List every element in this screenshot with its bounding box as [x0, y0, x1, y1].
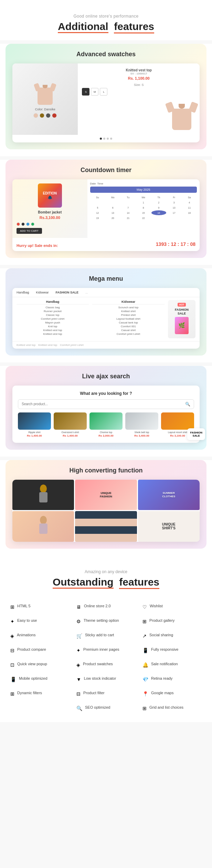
mm-col2-title: Kidswear: [92, 300, 165, 305]
ajax-search-input[interactable]: [22, 402, 185, 406]
html5-icon: ⊞: [10, 604, 14, 610]
countdown-inner: EDITION🧥 Bomber jacket Rs.3,100.00 ADD T…: [12, 179, 200, 238]
megamenu-nav: Handbag Kidswear FASHION SALE ...: [12, 288, 200, 297]
converting-card: High converting function UNIQUEFASHION S…: [6, 460, 206, 549]
cal-d19: 16: [151, 210, 166, 215]
mm-kitem-5: Casual tank top: [92, 321, 165, 324]
nav-fashion[interactable]: FASHION SALE: [56, 291, 79, 294]
feature-easytouse-text: Easy to use: [17, 618, 37, 623]
add-to-cart-btn[interactable]: ADD TO CART: [17, 228, 42, 234]
search-item-4: Sheik belt top Rs 3,400.00: [125, 412, 158, 437]
jacket-text: EDITION🧥: [43, 191, 57, 200]
dot-1: [103, 138, 105, 140]
megamenu-mock-ui: Handbag Kidswear FASHION SALE ... Handba…: [12, 288, 200, 349]
swatches-icon: ◈: [76, 662, 80, 668]
search-item-5-img: [161, 412, 194, 430]
outstanding-main-title: Outstanding features: [7, 576, 205, 589]
size-s[interactable]: S: [82, 88, 89, 96]
cdot-4: [31, 222, 34, 226]
cal-d5: 2: [151, 200, 166, 205]
nav-more[interactable]: ...: [85, 291, 88, 294]
online20-icon: 🖥: [76, 604, 81, 610]
swatches-mock-ui: Color: Dansike Knitted vest top SV - 100…: [12, 63, 200, 142]
dot-active: [100, 138, 102, 140]
feature-swatches-text: Product swatches: [83, 661, 113, 666]
color-swatches-row: [33, 113, 57, 118]
mm-footer-item-3: Comfort print t-shirt: [60, 343, 83, 347]
nav-kidswear[interactable]: Kidswear: [36, 291, 49, 294]
mm-promo-label: FASHIONSALE: [175, 308, 189, 316]
countdown-section: Countdown timer EDITION🧥 Bomber jacket R…: [0, 160, 212, 265]
search-item-1-img: [18, 412, 51, 430]
converting-section: High converting function UNIQUEFASHION S…: [0, 460, 212, 556]
shirts-content: UNIQUESHIRT'S: [162, 522, 176, 530]
swatch-2[interactable]: [40, 113, 44, 118]
bottom-spacer: [0, 715, 212, 722]
mm-item-2: Runner pocket: [17, 310, 89, 313]
nav-handbag[interactable]: Handbag: [17, 291, 29, 294]
stripe-light: [75, 519, 137, 526]
productfilter-icon: ⊟: [76, 691, 81, 697]
conv-label-2: UNIQUEFASHION: [100, 491, 112, 498]
mm-item-8: Knitted vest top: [17, 332, 89, 336]
feature-gridlist-text: Grid and list choices: [149, 705, 183, 710]
additional-section-header: Good online store's performance Addition…: [0, 0, 212, 40]
color-label: Color: Dansike: [35, 108, 55, 111]
feature-easytouse: ✦ Easy to use: [7, 614, 73, 628]
mm-item-6: Knit top: [17, 325, 89, 328]
product-id: SV - 1000017: [82, 72, 195, 75]
quickview-icon: ⊡: [10, 662, 14, 668]
conv-cell-5: [75, 511, 137, 542]
cal-d1: [90, 200, 105, 205]
converting-card-title: High converting function: [12, 467, 200, 474]
cal-fr: Fr: [167, 195, 181, 200]
svg-rect-3: [39, 523, 47, 534]
person-svg-2: [36, 516, 50, 537]
countdown-calendar-panel: Date Time May 2025 Su Mo Tu We Th Fr Sa: [87, 179, 200, 238]
feature-animations-text: Animations: [17, 632, 35, 637]
ajax-mock-ui: What are you looking for ? 🔍 Ripple shir…: [12, 386, 200, 443]
countdown-footer: Hurry up! Sale ends in: 1393 : 12 : 17 :…: [12, 238, 200, 251]
shirt-collar: [43, 85, 47, 88]
mm-col-kidswear: Kidswear Scrunch and top Knitted shirt P…: [92, 300, 165, 338]
search-item-2: Oversized t-shirt Rs 1,400.00: [54, 412, 87, 437]
search-item-4-img: [125, 412, 158, 430]
size-label: Size: S: [82, 83, 195, 87]
feature-seo: 🔍 SEO optimized: [73, 701, 139, 715]
ajax-card-title: Live ajax search: [12, 373, 200, 380]
mm-kitem-4: Layout football shirt: [92, 317, 165, 320]
conv-label-3: SUMMERCLOTHES: [162, 491, 175, 498]
ajax-search-results: Ripple shirt Rs 1,400.00 Oversized t-shi…: [18, 412, 194, 437]
cal-d8: 5: [90, 205, 105, 210]
mm-item-7: Knitted vest top: [17, 329, 89, 332]
cdot-2: [21, 222, 25, 226]
wishlist-icon: ♡: [142, 604, 147, 610]
stripe-dark: [75, 511, 137, 519]
swatches-card-title: Advanced swatches: [12, 51, 200, 58]
feature-productfilter-text: Product filter: [83, 690, 105, 695]
feature-online20-text: Online store 2.0: [84, 603, 111, 608]
size-l[interactable]: L: [100, 88, 107, 96]
cal-d13: 10: [167, 205, 181, 210]
feature-salenotify: 🔔 Sale notification: [139, 657, 205, 672]
countdown-card-title: Countdown timer: [12, 167, 200, 174]
outstanding-section: Amazing on any device Outstanding featur…: [0, 556, 212, 715]
cal-d25: 22: [136, 216, 151, 220]
retina-icon: 💎: [142, 677, 148, 682]
size-m[interactable]: M: [91, 88, 98, 96]
mm-item-5: Mayon push: [17, 321, 89, 324]
countdown-product-panel: EDITION🧥 Bomber jacket Rs.3,100.00 ADD T…: [12, 179, 87, 238]
calendar-grid: Su Mo Tu We Th Fr Sa 1 2 3 4: [90, 195, 197, 220]
search-item-3-price: Rs 2,000.00: [89, 434, 123, 437]
size-options: S M L: [82, 88, 195, 96]
mm-kitem-6: Comfort 001: [92, 325, 165, 328]
cdot-3: [26, 222, 30, 226]
feature-social: ↗ Social sharing: [139, 628, 205, 643]
compare-icon: ⊟: [10, 648, 14, 653]
megamenu-card-title: Mega menu: [12, 275, 200, 282]
cal-d11: 8: [136, 205, 151, 210]
feature-maps-text: Google maps: [151, 690, 173, 695]
swatch-4[interactable]: [52, 113, 57, 118]
swatch-3[interactable]: [46, 113, 51, 118]
swatch-1[interactable]: [33, 113, 38, 118]
